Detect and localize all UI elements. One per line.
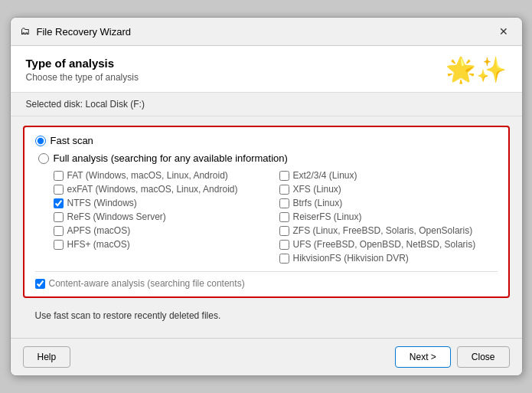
checkbox-zfs[interactable]: ZFS (Linux, FreeBSD, Solaris, OpenSolari…	[279, 225, 498, 236]
content-aware-label[interactable]: Content-aware analysis (searching file c…	[49, 278, 245, 289]
checkbox-ntfs-input[interactable]	[54, 198, 64, 208]
title-bar: 🗂 File Recovery Wizard ✕	[11, 18, 522, 46]
checkbox-ext-label[interactable]: Ext2/3/4 (Linux)	[293, 170, 357, 181]
checkbox-hikvision-input[interactable]	[279, 254, 289, 264]
checkbox-apfs[interactable]: APFS (macOS)	[54, 225, 272, 236]
fast-scan-row[interactable]: Fast scan	[35, 135, 498, 146]
close-button[interactable]: ✕	[494, 24, 513, 39]
content-aware-checkbox[interactable]	[35, 279, 45, 289]
divider	[35, 271, 498, 272]
help-button[interactable]: Help	[23, 346, 71, 368]
checkbox-apfs-label[interactable]: APFS (macOS)	[67, 225, 131, 236]
fast-scan-radio[interactable]	[35, 136, 46, 146]
full-analysis-section: Full analysis (searching for any availab…	[38, 152, 498, 264]
checkbox-ntfs-label[interactable]: NTFS (Windows)	[67, 198, 137, 208]
checkbox-ntfs[interactable]: NTFS (Windows)	[54, 198, 272, 208]
checkbox-zfs-input[interactable]	[279, 226, 289, 236]
checkboxes-grid: FAT (Windows, macOS, Linux, Android) Ext…	[54, 170, 498, 264]
disk-label: Selected disk: Local Disk (F:)	[11, 93, 522, 116]
checkbox-btrfs-input[interactable]	[279, 198, 289, 208]
checkbox-hfs-input[interactable]	[54, 240, 64, 250]
title-bar-left: 🗂 File Recovery Wizard	[20, 25, 132, 38]
checkbox-btrfs-label[interactable]: Btrfs (Linux)	[293, 198, 343, 208]
checkbox-btrfs[interactable]: Btrfs (Linux)	[279, 198, 498, 208]
checkbox-hikvision-label[interactable]: HikvisionFS (Hikvision DVR)	[293, 253, 409, 264]
wizard-icon: 🌟✨	[446, 55, 507, 84]
header-texts: Type of analysis Choose the type of anal…	[26, 57, 139, 83]
checkbox-ufs-label[interactable]: UFS (FreeBSD, OpenBSD, NetBSD, Solaris)	[293, 239, 476, 250]
checkbox-empty	[54, 253, 272, 264]
checkbox-refs-input[interactable]	[54, 212, 64, 222]
checkbox-xfs-label[interactable]: XFS (Linux)	[293, 184, 341, 195]
dialog: 🗂 File Recovery Wizard ✕ Type of analysi…	[10, 17, 523, 376]
dialog-title: File Recovery Wizard	[37, 26, 132, 38]
checkbox-reiser-input[interactable]	[279, 212, 289, 222]
checkbox-fat[interactable]: FAT (Windows, macOS, Linux, Android)	[54, 170, 272, 181]
checkbox-refs-label[interactable]: ReFS (Windows Server)	[67, 211, 166, 222]
checkbox-exfat[interactable]: exFAT (Windows, macOS, Linux, Android)	[54, 184, 272, 195]
header-section: Type of analysis Choose the type of anal…	[11, 46, 522, 93]
checkbox-xfs-input[interactable]	[279, 185, 289, 195]
options-box: Fast scan Full analysis (searching for a…	[23, 126, 510, 298]
close-dialog-button[interactable]: Close	[457, 346, 510, 368]
footer-right: Next > Close	[395, 346, 510, 368]
checkbox-reiser-label[interactable]: ReiserFS (Linux)	[293, 211, 362, 222]
full-analysis-radio[interactable]	[38, 153, 49, 164]
checkbox-hfs[interactable]: HFS+ (macOS)	[54, 239, 272, 250]
checkbox-ext-input[interactable]	[279, 171, 289, 181]
next-button[interactable]: Next >	[395, 346, 451, 368]
checkbox-exfat-label[interactable]: exFAT (Windows, macOS, Linux, Android)	[67, 184, 238, 195]
checkbox-refs[interactable]: ReFS (Windows Server)	[54, 211, 272, 222]
info-text: Use fast scan to restore recently delete…	[23, 306, 510, 329]
checkbox-ext[interactable]: Ext2/3/4 (Linux)	[279, 170, 498, 181]
checkbox-fat-input[interactable]	[54, 171, 64, 181]
full-analysis-label[interactable]: Full analysis (searching for any availab…	[54, 152, 288, 164]
checkbox-ufs-input[interactable]	[279, 240, 289, 250]
checkbox-zfs-label[interactable]: ZFS (Linux, FreeBSD, Solaris, OpenSolari…	[293, 225, 473, 236]
checkbox-hfs-label[interactable]: HFS+ (macOS)	[67, 239, 130, 250]
header-title: Type of analysis	[26, 57, 139, 70]
full-analysis-header[interactable]: Full analysis (searching for any availab…	[38, 152, 498, 164]
footer: Help Next > Close	[11, 338, 522, 375]
fast-scan-label[interactable]: Fast scan	[51, 135, 93, 146]
content-area: Fast scan Full analysis (searching for a…	[11, 116, 522, 338]
checkbox-xfs[interactable]: XFS (Linux)	[279, 184, 498, 195]
checkbox-reiser[interactable]: ReiserFS (Linux)	[279, 211, 498, 222]
app-icon: 🗂	[20, 25, 32, 38]
checkbox-fat-label[interactable]: FAT (Windows, macOS, Linux, Android)	[67, 170, 228, 181]
checkbox-ufs[interactable]: UFS (FreeBSD, OpenBSD, NetBSD, Solaris)	[279, 239, 498, 250]
content-aware-row[interactable]: Content-aware analysis (searching file c…	[35, 278, 498, 289]
header-subtitle: Choose the type of analysis	[26, 72, 139, 83]
checkbox-exfat-input[interactable]	[54, 185, 64, 195]
checkbox-hikvision[interactable]: HikvisionFS (Hikvision DVR)	[279, 253, 498, 264]
checkbox-apfs-input[interactable]	[54, 226, 64, 236]
